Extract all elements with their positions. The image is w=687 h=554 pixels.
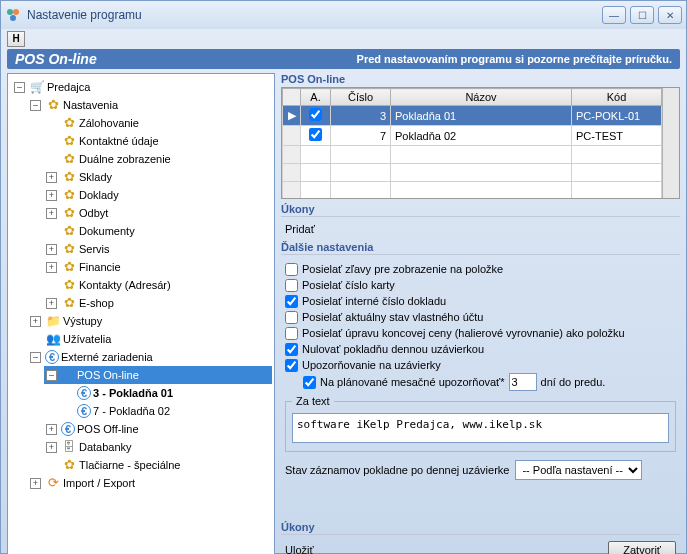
expand-icon[interactable]: +: [46, 244, 57, 255]
expand-icon[interactable]: +: [46, 424, 57, 435]
chk-label: Na plánované mesačné upozorňovať*: [320, 374, 505, 390]
vertical-scrollbar[interactable]: [662, 88, 679, 198]
tree-financie[interactable]: +✿Financie: [44, 258, 272, 276]
gear-icon: ✿: [61, 151, 77, 167]
row-marker: ▶: [283, 106, 301, 126]
stav-combo[interactable]: -- Podľa nastavení --: [515, 460, 642, 480]
pridat-link[interactable]: Pridať: [285, 223, 315, 235]
titlebar: Nastavenie programu — ☐ ✕: [1, 1, 686, 29]
window-title: Nastavenie programu: [27, 8, 602, 22]
col-nazov[interactable]: Názov: [391, 89, 572, 106]
expand-icon[interactable]: +: [46, 298, 57, 309]
tree-kontaktne[interactable]: ✿Kontaktné údaje: [44, 132, 272, 150]
tree-label: Financie: [79, 258, 121, 276]
expand-icon[interactable]: +: [46, 262, 57, 273]
tree-dualne[interactable]: ✿Duálne zobrazenie: [44, 150, 272, 168]
header-title: POS On-line: [15, 51, 97, 67]
col-a[interactable]: A.: [301, 89, 331, 106]
group-title: Úkony: [281, 203, 680, 217]
expand-icon[interactable]: +: [30, 478, 41, 489]
chk-upozornovanie[interactable]: [285, 359, 298, 372]
tree-pos-item-2[interactable]: €7 - Pokladňa 02: [60, 402, 272, 420]
folder-icon: 📁: [45, 313, 61, 329]
tree-label: 7 - Pokladňa 02: [93, 402, 170, 420]
minimize-button[interactable]: —: [602, 6, 626, 24]
col-cislo[interactable]: Číslo: [331, 89, 391, 106]
gear-icon: ✿: [61, 115, 77, 131]
cart-icon: 🛒: [29, 79, 45, 95]
expand-icon[interactable]: +: [46, 442, 57, 453]
collapse-icon[interactable]: –: [30, 100, 41, 111]
tree-odbyt[interactable]: +✿Odbyt: [44, 204, 272, 222]
expand-icon[interactable]: +: [30, 316, 41, 327]
expand-icon[interactable]: +: [46, 190, 57, 201]
euro-icon: €: [45, 350, 59, 364]
collapse-icon[interactable]: –: [14, 82, 25, 93]
tree-zalohovanie[interactable]: ✿Zálohovanie: [44, 114, 272, 132]
header-hint: Pred nastavovaním programu si pozorne pr…: [357, 53, 672, 65]
dni-spinner[interactable]: [509, 373, 537, 391]
tree-uzivatelia[interactable]: 👥Užívatelia: [28, 330, 272, 348]
help-button[interactable]: H: [7, 31, 25, 47]
chk-stav-uctu[interactable]: [285, 311, 298, 324]
row-active-checkbox[interactable]: [309, 108, 322, 121]
settings-tree: – 🛒 Predajca – ✿ Nastavenia: [10, 78, 272, 492]
tree-label: 3 - Pokladňa 01: [93, 384, 173, 402]
tree-label: Externé zariadenia: [61, 348, 153, 366]
pos-grid[interactable]: A. Číslo Názov Kód ▶: [281, 87, 680, 199]
zatvorit-button[interactable]: Zatvoriť: [608, 541, 676, 554]
chk-label: Upozorňovanie na uzávierky: [302, 357, 441, 373]
gear-icon: ✿: [61, 169, 77, 185]
collapse-icon[interactable]: –: [46, 370, 57, 381]
tree-label: Servis: [79, 240, 110, 258]
tree-vystupy[interactable]: +📁Výstupy: [28, 312, 272, 330]
tree-servis[interactable]: +✿Servis: [44, 240, 272, 258]
col-kod[interactable]: Kód: [572, 89, 662, 106]
chk-koncova-cena[interactable]: [285, 327, 298, 340]
suffix-label: dní do predu.: [541, 374, 606, 390]
tree-externe[interactable]: –€Externé zariadenia: [28, 348, 272, 366]
row-active-checkbox[interactable]: [309, 128, 322, 141]
tree-dokumenty[interactable]: ✿Dokumenty: [44, 222, 272, 240]
tree-nastavenia[interactable]: – ✿ Nastavenia: [28, 96, 272, 114]
chk-karty[interactable]: [285, 279, 298, 292]
tree-label: E-shop: [79, 294, 114, 312]
tree-sklady[interactable]: +✿Sklady: [44, 168, 272, 186]
expand-icon[interactable]: +: [46, 172, 57, 183]
chk-label: Posielať číslo karty: [302, 277, 395, 293]
tree-label: Výstupy: [63, 312, 102, 330]
chk-nulovat[interactable]: [285, 343, 298, 356]
table-row[interactable]: ▶ 3 Pokladňa 01 PC-POKL-01: [283, 106, 662, 126]
table-row[interactable]: 7 Pokladňa 02 PC-TEST: [283, 126, 662, 146]
ulozit-link[interactable]: Uložiť: [285, 544, 314, 554]
tree-label: Import / Export: [63, 474, 135, 492]
tree-pos-offline[interactable]: +€POS Off-line: [44, 420, 272, 438]
import-export-icon: ⟳: [45, 475, 61, 491]
ukony-group-2: Úkony Uložiť Zatvoriť: [281, 521, 680, 554]
tree-label: POS Off-line: [77, 420, 139, 438]
tree-root-predajca[interactable]: – 🛒 Predajca: [12, 78, 272, 96]
window: Nastavenie programu — ☐ ✕ H POS On-line …: [0, 0, 687, 554]
maximize-button[interactable]: ☐: [630, 6, 654, 24]
tree-eshop[interactable]: +✿E-shop: [44, 294, 272, 312]
tree-pos-item-1[interactable]: €3 - Pokladňa 01: [60, 384, 272, 402]
collapse-icon[interactable]: –: [30, 352, 41, 363]
expand-icon[interactable]: +: [46, 208, 57, 219]
tree-pos-online[interactable]: –€POS On-line: [44, 366, 272, 384]
chk-interne[interactable]: [285, 295, 298, 308]
close-window-button[interactable]: ✕: [658, 6, 682, 24]
tree-kontakty[interactable]: ✿Kontakty (Adresár): [44, 276, 272, 294]
tree-doklady[interactable]: +✿Doklady: [44, 186, 272, 204]
tree-tlaciarne[interactable]: ✿Tlačiarne - špeciálne: [44, 456, 272, 474]
za-text-input[interactable]: software iKelp Predajca, www.ikelp.sk: [292, 413, 669, 443]
cell-cislo: 3: [331, 106, 391, 126]
right-panel: POS On-line A. Číslo Názov: [281, 73, 680, 554]
chk-planovane[interactable]: [303, 376, 316, 389]
tree-import[interactable]: +⟳Import / Export: [28, 474, 272, 492]
gear-icon: ✿: [45, 97, 61, 113]
chk-zlavy[interactable]: [285, 263, 298, 276]
tree-databank[interactable]: +🗄Databanky: [44, 438, 272, 456]
chk-label: Posielať úpravu koncovej ceny (halierové…: [302, 325, 625, 341]
gear-icon: ✿: [61, 259, 77, 275]
svg-point-1: [13, 9, 19, 15]
